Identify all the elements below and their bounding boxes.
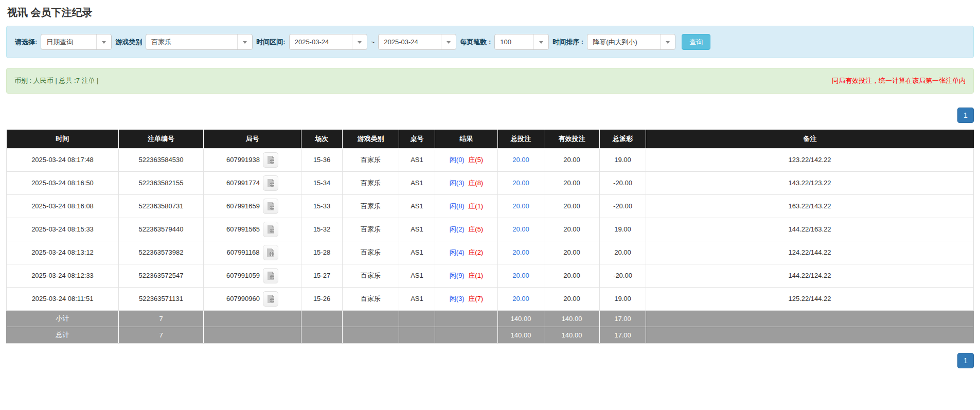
col-header-remark: 备注: [646, 130, 974, 148]
total-bet-link[interactable]: 20.00: [512, 248, 529, 256]
grand-total-valid-bet: 140.00: [544, 327, 600, 343]
total-bet-link[interactable]: 20.00: [512, 202, 529, 210]
footer-empty-cell: [646, 310, 974, 327]
game-type-label: 游戏类别: [115, 38, 142, 47]
video-replay-button[interactable]: [263, 291, 278, 307]
sort-order-select[interactable]: 降幂(由大到小): [587, 34, 675, 50]
cell-result: 闲(3) 庄(8): [435, 171, 498, 194]
video-replay-button[interactable]: [263, 268, 278, 283]
round-id-value: 607991659: [226, 202, 260, 210]
footer-empty-cell: [646, 327, 974, 343]
col-header-payout: 总派彩: [600, 130, 646, 148]
cell-round-id: 607990960: [204, 287, 301, 310]
pagination-page-1[interactable]: 1: [957, 353, 974, 368]
col-header-round-id: 局号: [204, 130, 301, 148]
cell-session: 15-27: [301, 264, 343, 287]
result-player: 闲(0): [450, 156, 465, 164]
video-file-icon: [267, 202, 275, 210]
result-banker: 庄(8): [468, 179, 483, 187]
video-replay-button[interactable]: [263, 175, 278, 191]
cell-payout: 19.00: [600, 218, 646, 241]
cell-total-bet: 20.00: [498, 194, 544, 218]
video-file-icon: [267, 272, 275, 280]
game-type-select[interactable]: 百家乐: [146, 34, 253, 50]
notice-text: 同局有效投注，统一计算在该局第一张注单内: [832, 76, 966, 85]
total-bet-link[interactable]: 20.00: [512, 295, 529, 302]
cell-round-id: 607991565: [204, 218, 301, 241]
sort-order-value: 降幂(由大到小): [587, 34, 660, 49]
cell-result: 闲(8) 庄(1): [435, 194, 498, 218]
cell-total-bet: 20.00: [498, 264, 544, 287]
cell-valid-bet: 20.00: [544, 287, 600, 310]
result-player: 闲(4): [450, 248, 465, 256]
grand-total-label: 总计: [7, 327, 119, 343]
cell-remark: 124.22/144.22: [646, 241, 974, 264]
col-header-time: 时间: [7, 130, 119, 148]
table-row: 2025-03-24 08:11:51 522363571131 6079909…: [7, 287, 974, 310]
video-file-icon: [267, 156, 275, 164]
chevron-down-icon[interactable]: [237, 34, 252, 49]
table-row: 2025-03-24 08:16:08 522363580731 6079916…: [7, 194, 974, 218]
chevron-down-icon[interactable]: [96, 34, 111, 49]
subtotal-payout: 17.00: [600, 310, 646, 327]
cell-payout: -20.00: [600, 171, 646, 194]
cell-result: 闲(0) 庄(5): [435, 148, 498, 171]
query-type-value: 日期查询: [41, 34, 96, 49]
page-size-value: 100: [495, 34, 533, 49]
query-type-label: 请选择:: [15, 38, 37, 47]
page-size-select[interactable]: 100: [494, 34, 549, 50]
cell-remark: 125.22/144.22: [646, 287, 974, 310]
result-banker: 庄(7): [468, 295, 483, 302]
video-replay-button[interactable]: [263, 199, 278, 214]
subtotal-count: 7: [119, 310, 204, 327]
table-body: 2025-03-24 08:17:48 522363584530 6079919…: [7, 148, 974, 310]
cell-time: 2025-03-24 08:16:08: [7, 194, 119, 218]
page-container: 视讯 会员下注纪录 请选择: 日期查询 游戏类别 百家乐 时间区间: 2025-…: [0, 0, 980, 368]
total-bet-link[interactable]: 20.00: [512, 179, 529, 187]
date-to-value: 2025-03-24: [379, 34, 441, 49]
cell-game-type: 百家乐: [343, 241, 399, 264]
chevron-down-icon[interactable]: [660, 34, 675, 49]
video-replay-button[interactable]: [263, 222, 278, 237]
pagination-page-1[interactable]: 1: [957, 108, 974, 123]
cell-time: 2025-03-24 08:13:12: [7, 241, 119, 264]
chevron-down-icon[interactable]: [441, 34, 456, 49]
date-from-select[interactable]: 2025-03-24: [289, 34, 367, 50]
cell-valid-bet: 20.00: [544, 171, 600, 194]
cell-payout: 19.00: [600, 148, 646, 171]
result-banker: 庄(1): [468, 272, 483, 279]
search-button[interactable]: 查询: [682, 34, 710, 50]
total-bet-link[interactable]: 20.00: [512, 272, 529, 279]
subtotal-valid-bet: 140.00: [544, 310, 600, 327]
cell-remark: 143.22/123.22: [646, 171, 974, 194]
cell-bet-id: 522363579440: [119, 218, 204, 241]
video-replay-button[interactable]: [263, 152, 278, 168]
cell-result: 闲(9) 庄(1): [435, 264, 498, 287]
col-header-game-type: 游戏类别: [343, 130, 399, 148]
round-id-value: 607991774: [226, 179, 260, 187]
date-from-value: 2025-03-24: [290, 34, 352, 49]
chevron-down-icon[interactable]: [533, 34, 548, 49]
total-bet-link[interactable]: 20.00: [512, 225, 529, 233]
result-player: 闲(9): [450, 272, 465, 279]
cell-round-id: 607991938: [204, 148, 301, 171]
table-row: 2025-03-24 08:12:33 522363572547 6079910…: [7, 264, 974, 287]
grand-total-payout: 17.00: [600, 327, 646, 343]
cell-valid-bet: 20.00: [544, 148, 600, 171]
video-replay-button[interactable]: [263, 245, 278, 260]
subtotal-total-bet: 140.00: [498, 310, 544, 327]
cell-time: 2025-03-24 08:12:33: [7, 264, 119, 287]
cell-time: 2025-03-24 08:16:50: [7, 171, 119, 194]
total-bet-link[interactable]: 20.00: [512, 156, 529, 164]
date-to-select[interactable]: 2025-03-24: [378, 34, 456, 50]
video-file-icon: [267, 225, 275, 234]
cell-total-bet: 20.00: [498, 241, 544, 264]
cell-game-type: 百家乐: [343, 287, 399, 310]
chevron-down-icon[interactable]: [352, 34, 367, 49]
result-player: 闲(3): [450, 179, 465, 187]
cell-payout: -20.00: [600, 194, 646, 218]
cell-round-id: 607991774: [204, 171, 301, 194]
query-type-select[interactable]: 日期查询: [41, 34, 112, 50]
date-range-label: 时间区间:: [256, 38, 285, 47]
pagination-bottom: 1: [6, 353, 974, 368]
